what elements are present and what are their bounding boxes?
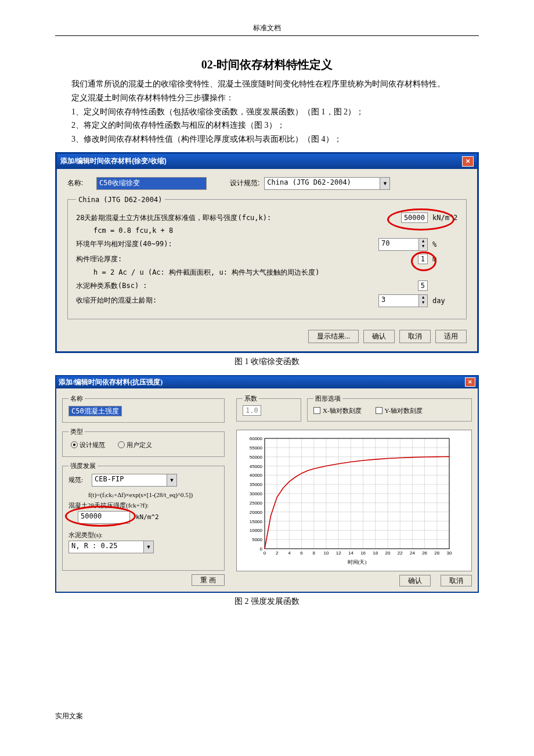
svg-text:20: 20	[385, 550, 391, 556]
spec-combo[interactable]: China (JTG D62-2004)	[264, 177, 380, 190]
shrink-age-unit: day	[432, 297, 458, 305]
shrink-age-spinner[interactable]: ▲▼	[419, 294, 428, 307]
svg-text:18: 18	[373, 550, 378, 556]
fck-input[interactable]: 50000	[78, 511, 130, 524]
dialog-compressive-strength: 添加/编辑时间依存材料(抗压强度) ✕ 名称 C50混凝土强度 类型 设计规范 …	[55, 375, 479, 593]
thickness-label: 构件理论厚度:	[76, 254, 418, 264]
name2-label: 名称	[68, 394, 85, 403]
svg-text:25000: 25000	[250, 501, 263, 506]
steps-intro: 定义混凝土时间依存材料特性分三步骤操作：	[55, 91, 479, 105]
humidity-label: 环境年平均相对湿度(40~99):	[76, 239, 378, 249]
header-rule	[55, 35, 479, 36]
dialog1-title: 添加/编辑时间依存材料(徐变/收缩)	[60, 156, 167, 166]
intro-para: 我们通常所说的混凝土的收缩徐变特性、混凝土强度随时间变化特性在程序里统称为时间依…	[55, 77, 479, 91]
name2-input[interactable]: C50混凝土强度	[68, 406, 122, 416]
radio-user-defined[interactable]: 用户定义	[118, 441, 152, 449]
h-note: h = 2 Ac / u (Ac: 构件截面面积, u: 构件与大气接触的周边长…	[93, 268, 319, 278]
coeff-label: 系数	[243, 394, 259, 403]
y-log-checkbox[interactable]: Y-轴对数刻度	[376, 406, 423, 415]
graph-options-group: 图形选项 X-轴对数刻度 Y-轴对数刻度	[307, 394, 472, 422]
spec-legend: China (JTG D62-2004)	[76, 196, 165, 204]
fcu-unit: kN/m^2	[432, 214, 458, 222]
svg-text:26: 26	[422, 550, 427, 556]
humidity-spinner[interactable]: ▲▼	[419, 238, 428, 251]
spec2-label: 规范:	[68, 476, 92, 484]
svg-text:60000: 60000	[250, 436, 263, 441]
chevron-down-icon[interactable]: ▼	[167, 474, 177, 487]
development-group: 强度发展 规范: CEB-FIP ▼ f(t)=(f₍ck₎+Δf)×exp(s…	[62, 462, 225, 571]
strength-chart: 0500010000150002000025000300003500040000…	[236, 430, 472, 571]
shrink-age-label: 收缩开始时的混凝土龄期:	[76, 296, 378, 305]
spec-group: China (JTG D62-2004) 28天龄期混凝土立方体抗压强度标准值，…	[67, 196, 467, 319]
humidity-unit: %	[432, 240, 458, 249]
svg-text:8: 8	[313, 550, 316, 556]
cement-combo[interactable]: N, R : 0.25	[68, 541, 144, 553]
cement-label: 水泥类型(s):	[68, 531, 218, 539]
fck-unit: kN/m^2	[136, 513, 159, 521]
svg-text:55000: 55000	[250, 445, 263, 451]
radio-design-spec[interactable]: 设计规范	[71, 441, 105, 449]
svg-text:10000: 10000	[250, 528, 263, 533]
svg-text:5000: 5000	[252, 537, 262, 542]
type-group: 类型 设计规范 用户定义	[62, 427, 225, 457]
svg-text:50000: 50000	[250, 455, 263, 460]
svg-text:2: 2	[276, 550, 279, 556]
name-input[interactable]: C50收缩徐变	[96, 177, 207, 190]
svg-text:10: 10	[324, 550, 329, 556]
bsc-input[interactable]: 5	[418, 280, 428, 291]
formula-text: f(t)=(f₍ck₎+Δf)×exp(s×[1-(28/t_eq)^0.5])	[68, 489, 218, 501]
cancel-button[interactable]: 取消	[399, 330, 431, 343]
footer-label: 实用文案	[55, 711, 83, 721]
svg-text:4: 4	[288, 550, 291, 556]
svg-text:16: 16	[360, 550, 366, 556]
apply-button[interactable]: 适用	[435, 330, 467, 343]
svg-text:22: 22	[398, 550, 403, 556]
svg-text:35000: 35000	[250, 482, 263, 487]
step-3: 3、修改时间依存材料特性值（构件理论厚度或体积与表面积比）（图 4）；	[55, 132, 479, 146]
graph-options-label: 图形选项	[313, 394, 342, 403]
thickness-unit: m	[432, 255, 458, 263]
svg-text:0: 0	[264, 550, 266, 556]
svg-text:时间(天): 时间(天)	[348, 559, 367, 565]
svg-text:0: 0	[260, 546, 263, 552]
type-label: 类型	[68, 427, 85, 436]
fcm-note: fcm = 0.8 fcu,k + 8	[93, 226, 173, 235]
ok2-button[interactable]: 确认	[399, 575, 431, 586]
svg-text:24: 24	[410, 550, 415, 556]
svg-text:30000: 30000	[250, 491, 263, 496]
dialog-creep-shrinkage: 添加/编辑时间依存材料(徐变/收缩) ✕ 名称: C50收缩徐变 设计规范: C…	[55, 152, 479, 353]
close-icon[interactable]: ✕	[462, 156, 474, 167]
thickness-input[interactable]: 1	[418, 254, 428, 264]
fcu-label: 28天龄期混凝土立方体抗压强度标准值，即标号强度(fcu,k):	[76, 213, 401, 223]
svg-text:45000: 45000	[250, 463, 263, 469]
svg-text:12: 12	[336, 550, 341, 556]
step-2: 2、将定义的时间依存特性函数与相应的材料连接（图 3）；	[55, 118, 479, 132]
cancel2-button[interactable]: 取消	[441, 575, 472, 586]
svg-text:28: 28	[434, 550, 439, 556]
header-label: 标准文档	[55, 23, 479, 33]
x-log-checkbox[interactable]: X-轴对数刻度	[313, 406, 362, 415]
ok-button[interactable]: 确认	[363, 330, 395, 343]
chevron-down-icon[interactable]: ▼	[144, 541, 154, 553]
svg-text:14: 14	[348, 550, 353, 556]
close-icon[interactable]: ✕	[465, 377, 475, 387]
coeff-group: 系数 1.0	[236, 394, 301, 422]
fcu-input[interactable]: 50000	[401, 213, 428, 223]
humidity-input[interactable]: 70	[378, 238, 419, 251]
svg-text:20000: 20000	[250, 510, 263, 515]
svg-text:30: 30	[447, 550, 452, 556]
coeff-input[interactable]: 1.0	[243, 405, 261, 416]
development-label: 强度发展	[68, 462, 98, 470]
page-title: 02-时间依存材料特性定义	[55, 57, 479, 73]
shrink-age-input[interactable]: 3	[378, 294, 419, 307]
svg-text:6: 6	[300, 550, 303, 556]
spec-label: 设计规范:	[230, 178, 259, 188]
svg-text:40000: 40000	[250, 473, 263, 478]
bsc-label: 水泥种类系数(Bsc) :	[76, 281, 418, 291]
fck-label: 混凝土28天抗压强度(fck+?f):	[68, 501, 218, 510]
chevron-down-icon[interactable]: ▼	[380, 177, 390, 190]
show-result-button[interactable]: 显示结果...	[308, 330, 359, 343]
spec2-combo[interactable]: CEB-FIP	[92, 474, 167, 487]
redraw-button[interactable]: 重 画	[192, 574, 225, 586]
figure1-caption: 图 1 收缩徐变函数	[55, 357, 479, 367]
